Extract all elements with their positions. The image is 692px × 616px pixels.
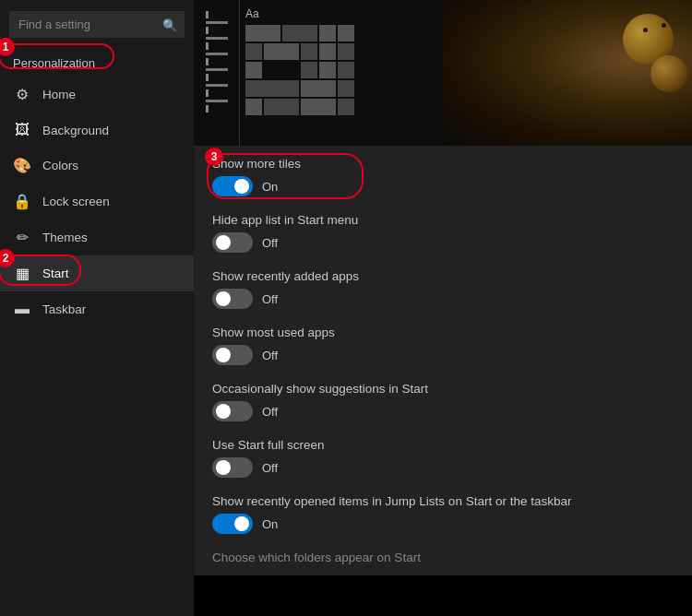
search-container: 🔍 xyxy=(9,11,185,38)
setting-jump-lists: Show recently opened items in Jump Lists… xyxy=(212,494,674,534)
most-used-toggle[interactable] xyxy=(212,345,253,365)
settings-area: Show more tiles On 3 Hide app list in St… xyxy=(194,146,692,575)
choose-folders-link[interactable]: Choose which folders appear on Start xyxy=(212,551,674,564)
show-more-tiles-label: Show more tiles xyxy=(212,157,674,171)
hide-app-list-toggle[interactable] xyxy=(212,232,253,253)
recently-added-toggle-row: Off xyxy=(212,289,674,309)
setting-recently-added: Show recently added apps Off xyxy=(212,269,674,309)
toggle-knob xyxy=(216,460,231,475)
toggle-knob xyxy=(216,291,231,306)
sidebar-item-themes-label: Themes xyxy=(42,231,88,244)
sidebar-item-background-label: Background xyxy=(42,124,109,137)
sidebar-item-lock-screen-label: Lock screen xyxy=(42,195,110,208)
colors-icon: 🎨 xyxy=(13,157,31,174)
main-content: Aa xyxy=(194,0,692,575)
hide-app-list-state: Off xyxy=(262,236,278,250)
sidebar-item-themes[interactable]: ✏ Themes xyxy=(0,219,194,255)
full-screen-toggle[interactable] xyxy=(212,457,253,478)
suggestions-toggle-row: Off xyxy=(212,401,674,421)
sidebar-item-start-label: Start xyxy=(42,267,69,280)
full-screen-toggle-row: Off xyxy=(212,457,674,478)
show-more-tiles-toggle[interactable] xyxy=(212,176,253,196)
hide-app-list-toggle-row: Off xyxy=(212,232,674,253)
setting-show-more-tiles: Show more tiles On 3 xyxy=(212,157,674,196)
setting-most-used: Show most used apps Off xyxy=(212,326,674,365)
sidebar-item-home[interactable]: ⚙ Home xyxy=(0,77,194,113)
background-icon: 🖼 xyxy=(13,122,31,138)
sidebar-item-background[interactable]: 🖼 Background xyxy=(0,113,194,148)
themes-icon: ✏ xyxy=(13,229,31,246)
sidebar-item-taskbar-label: Taskbar xyxy=(42,302,86,316)
recently-added-label: Show recently added apps xyxy=(212,269,674,283)
full-screen-state: Off xyxy=(262,461,278,475)
main-wrapper: Aa xyxy=(194,0,692,616)
toggle-knob xyxy=(216,235,231,250)
search-icon: 🔍 xyxy=(162,18,177,31)
show-more-tiles-state: On xyxy=(262,180,278,194)
jump-lists-label: Show recently opened items in Jump Lists… xyxy=(212,494,674,508)
toggle-knob xyxy=(216,348,231,362)
sidebar-item-home-label: Home xyxy=(42,88,76,101)
toggle-knob xyxy=(216,404,231,419)
sidebar: 🔍 Personalization 1 ⚙ Home 🖼 Background … xyxy=(0,0,194,616)
recently-added-state: Off xyxy=(262,292,278,306)
suggestions-toggle[interactable] xyxy=(212,401,253,421)
preview-photo-area xyxy=(443,0,692,146)
suggestions-state: Off xyxy=(262,405,278,419)
annotation-number-1: 1 xyxy=(0,38,15,56)
taskbar-icon: ▬ xyxy=(13,301,31,317)
hide-app-list-label: Hide app list in Start menu xyxy=(212,213,674,227)
start-icon: ▦ xyxy=(13,265,31,282)
jump-lists-state: On xyxy=(262,517,278,531)
most-used-state: Off xyxy=(262,349,278,362)
setting-hide-app-list: Hide app list in Start menu Off xyxy=(212,213,674,253)
recently-added-toggle[interactable] xyxy=(212,289,253,309)
sidebar-item-colors[interactable]: 🎨 Colors xyxy=(0,148,194,184)
sidebar-item-taskbar[interactable]: ▬ Taskbar xyxy=(0,291,194,326)
sidebar-item-colors-label: Colors xyxy=(42,159,78,172)
toggle-knob xyxy=(234,516,249,531)
most-used-toggle-row: Off xyxy=(212,345,674,365)
jump-lists-toggle-row: On xyxy=(212,514,674,534)
setting-full-screen: Use Start full screen Off xyxy=(212,438,674,478)
lock-screen-icon: 🔒 xyxy=(13,193,31,210)
sidebar-item-lock-screen[interactable]: 🔒 Lock screen xyxy=(0,184,194,219)
jump-lists-toggle[interactable] xyxy=(212,514,253,534)
sidebar-item-start[interactable]: ▦ Start 2 xyxy=(0,255,194,291)
preview-dark-background xyxy=(443,0,692,146)
search-input[interactable] xyxy=(9,11,185,38)
preview-tiles-area: Aa xyxy=(240,0,443,146)
preview-ruler xyxy=(194,0,240,146)
most-used-label: Show most used apps xyxy=(212,326,674,339)
setting-suggestions: Occasionally show suggestions in Start O… xyxy=(212,382,674,421)
show-more-tiles-toggle-row: On xyxy=(212,176,674,196)
suggestions-label: Occasionally show suggestions in Start xyxy=(212,382,674,396)
full-screen-label: Use Start full screen xyxy=(212,438,674,452)
preview-aa-label: Aa xyxy=(245,7,437,20)
section-personalization-label: Personalization xyxy=(13,56,95,70)
home-icon: ⚙ xyxy=(13,86,31,103)
start-preview-area: Aa xyxy=(194,0,692,146)
toggle-knob xyxy=(234,179,249,194)
